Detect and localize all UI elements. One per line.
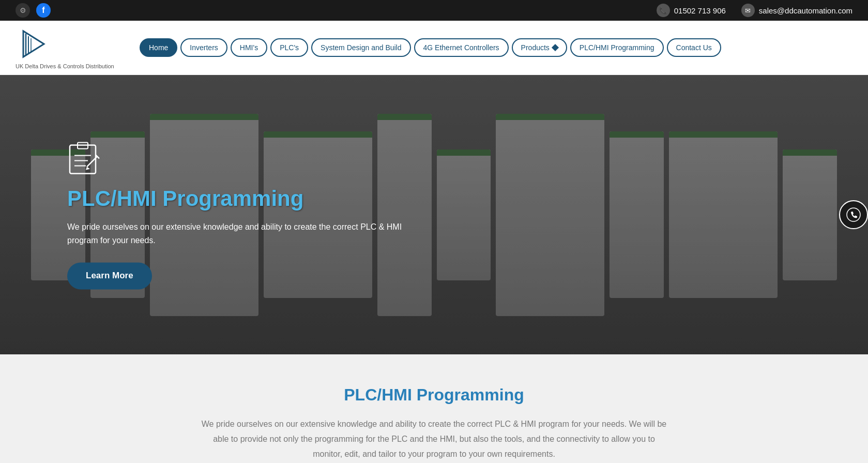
logo-tagline: UK Delta Drives & Controls Distribution <box>16 63 114 69</box>
svg-rect-4 <box>70 145 96 173</box>
hero-content: PLC/HMI Programming We pride ourselves o… <box>67 140 403 289</box>
nav-ethernet-controllers[interactable]: 4G Ethernet Controllers <box>414 38 509 57</box>
hero-section: PLC/HMI Programming We pride ourselves o… <box>0 75 868 354</box>
top-bar-icons: ⚙ f <box>16 3 51 18</box>
phone-icon: 📞 <box>657 4 670 17</box>
nav-system-design[interactable]: System Design and Build <box>311 38 410 57</box>
phone-number: 01502 713 906 <box>674 6 726 15</box>
top-bar: ⚙ f 📞 01502 713 906 ✉ sales@ddcautomatio… <box>0 0 868 21</box>
mail-icon: ✉ <box>741 4 755 17</box>
hero-programming-icon <box>67 140 103 176</box>
section-title: PLC/HMI Programming <box>103 385 765 405</box>
content-section: PLC/HMI Programming We pride ourselves o… <box>0 354 868 463</box>
nav-contact-us[interactable]: Contact Us <box>667 38 721 57</box>
header: UK Delta Drives & Controls Distribution … <box>0 21 868 75</box>
hero-description: We pride ourselves on our extensive know… <box>67 220 403 247</box>
nav-products[interactable]: Products <box>512 38 567 57</box>
facebook-icon[interactable]: f <box>36 3 51 18</box>
logo-area: UK Delta Drives & Controls Distribution <box>16 26 119 69</box>
email-contact: ✉ sales@ddcautomation.com <box>741 4 852 17</box>
svg-point-12 <box>847 208 860 221</box>
svg-marker-11 <box>86 167 90 170</box>
products-diamond-icon <box>552 44 559 51</box>
section-description: We pride ourselves on our extensive know… <box>202 417 667 461</box>
float-phone-icon <box>846 207 861 222</box>
main-nav: Home Inverters HMI's PLC's System Design… <box>140 38 721 57</box>
nav-hmis[interactable]: HMI's <box>231 38 267 57</box>
email-address: sales@ddcautomation.com <box>759 6 852 15</box>
float-phone-button[interactable] <box>839 200 868 229</box>
nav-plc-hmi-programming[interactable]: PLC/HMI Programming <box>570 38 664 57</box>
gear-icon[interactable]: ⚙ <box>16 3 30 18</box>
products-label: Products <box>521 43 550 52</box>
hero-title: PLC/HMI Programming <box>67 186 403 211</box>
nav-inverters[interactable]: Inverters <box>180 38 227 57</box>
learn-more-button[interactable]: Learn More <box>67 263 152 290</box>
nav-home[interactable]: Home <box>140 38 177 57</box>
logo-svg <box>16 26 57 62</box>
nav-plcs[interactable]: PLC's <box>270 38 308 57</box>
phone-contact: 📞 01502 713 906 <box>657 4 726 17</box>
